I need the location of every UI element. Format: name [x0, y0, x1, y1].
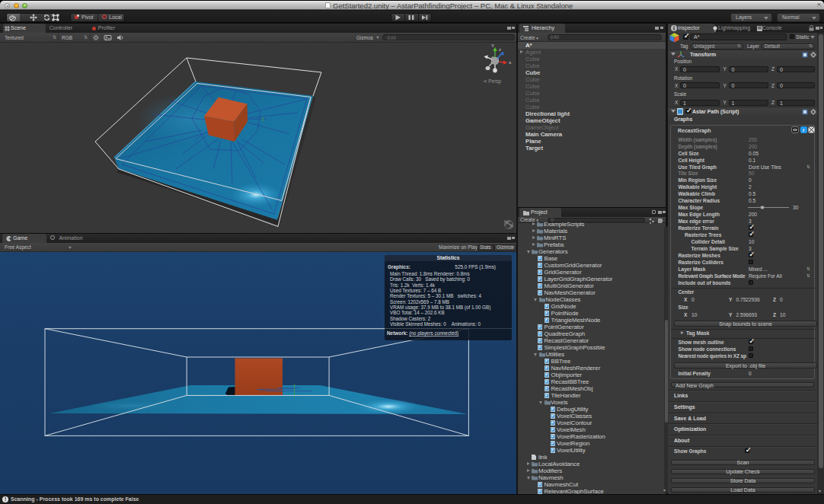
svg-text:i: i: [803, 127, 804, 133]
